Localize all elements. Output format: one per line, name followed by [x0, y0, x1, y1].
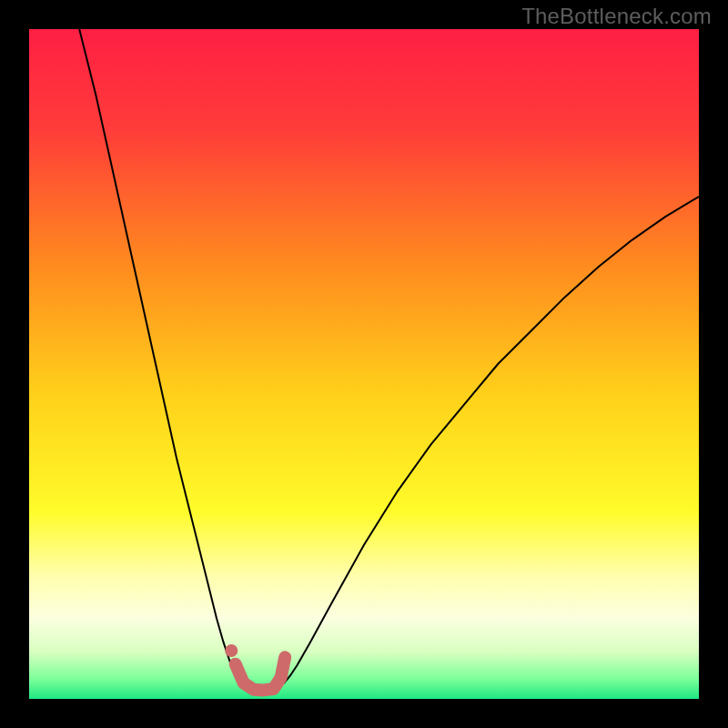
- chart-plot-area: [29, 29, 699, 699]
- chart-svg: [29, 29, 699, 699]
- chart-background: [29, 29, 699, 699]
- watermark-text: TheBottleneck.com: [521, 4, 712, 29]
- marker-dot: [225, 644, 238, 657]
- chart-frame: TheBottleneck.com: [0, 0, 728, 728]
